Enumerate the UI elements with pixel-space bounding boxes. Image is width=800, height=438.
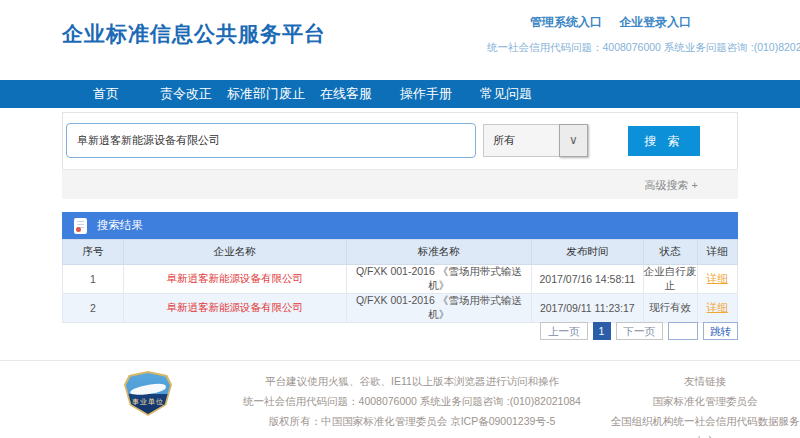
col-company: 企业名称	[123, 240, 346, 265]
current-page-button[interactable]: 1	[593, 322, 611, 340]
footer-browser-advice: 平台建议使用火狐、谷歌、IE11以上版本浏览器进行访问和操作	[214, 371, 610, 391]
search-input[interactable]	[66, 123, 476, 158]
institution-badge[interactable]: 事业单位	[124, 371, 172, 416]
publish-time: 2017/07/16 14:58:11	[532, 265, 643, 294]
footer-link-code-center[interactable]: 全国组织机构统一社会信用代码数据服务中心	[610, 411, 800, 438]
col-standard: 标准名称	[346, 240, 532, 265]
admin-entry-link[interactable]: 管理系统入口	[530, 15, 602, 29]
document-icon	[74, 218, 87, 234]
page-header: 企业标准信息公共服务平台 管理系统入口 企业登录入口 统一社会信用代码问题：40…	[0, 0, 800, 80]
site-title: 企业标准信息公共服务平台	[62, 20, 326, 48]
header-links: 管理系统入口 企业登录入口	[530, 14, 705, 31]
page-footer: 事业单位 平台建议使用火狐、谷歌、IE11以上版本浏览器进行访问和操作 统一社会…	[0, 360, 800, 438]
enterprise-login-link[interactable]: 企业登录入口	[619, 15, 691, 29]
footer-links-block: 友情链接 国家标准化管理委员会 全国组织机构统一社会信用代码数据服务中心	[610, 371, 800, 438]
publish-time: 2017/09/11 11:23:17	[532, 294, 643, 323]
results-section: 搜索结果 序号 企业名称 标准名称 发布时间 状态 详细 1 阜新逍客新能源设备…	[62, 212, 738, 323]
row-index: 1	[63, 265, 124, 294]
results-table: 序号 企业名称 标准名称 发布时间 状态 详细 1 阜新逍客新能源设备有限公司 …	[62, 239, 738, 323]
footer-info-block: 平台建议使用火狐、谷歌、IE11以上版本浏览器进行访问和操作 统一社会信用代码问…	[214, 371, 610, 431]
chevron-down-icon[interactable]: ∨	[559, 124, 588, 157]
nav-item-order-correction[interactable]: 责令改正	[146, 80, 226, 108]
table-row: 2 阜新逍客新能源设备有限公司 Q/FXK 001-2016 《雪场用带式输送机…	[63, 294, 738, 323]
company-link[interactable]: 阜新逍客新能源设备有限公司	[166, 272, 303, 284]
nav-item-dept-repeal[interactable]: 标准部门废止	[226, 80, 306, 108]
pagination: 上一页 1 下一页 跳转	[540, 322, 738, 340]
status-text: 企业自行废止	[643, 265, 697, 294]
header-contact-info: 统一社会信用代码问题：4008076000 系统业务问题咨询 :(010)820…	[487, 41, 800, 55]
standard-name: Q/FXK 001-2016 《雪场用带式输送机》	[346, 265, 532, 294]
badge-swoosh-decoration	[130, 383, 167, 397]
next-page-button[interactable]: 下一页	[616, 322, 664, 340]
footer-contact-line: 统一社会信用代码问题：4008076000 系统业务问题咨询 :(010)820…	[214, 391, 610, 411]
row-index: 2	[63, 294, 124, 323]
advanced-search-strip: 高级搜索 +	[62, 169, 738, 199]
col-published: 发布时间	[532, 240, 643, 265]
filter-select[interactable]: 所有	[483, 124, 559, 157]
nav-item-home[interactable]: 首页	[66, 80, 146, 108]
col-index: 序号	[63, 240, 124, 265]
nav-item-online-service[interactable]: 在线客服	[306, 80, 386, 108]
detail-link[interactable]: 详细	[707, 301, 728, 313]
friend-links-title: 友情链接	[610, 371, 800, 391]
nav-item-faq[interactable]: 常见问题	[466, 80, 546, 108]
col-detail: 详细	[697, 240, 738, 265]
footer-link-sac[interactable]: 国家标准化管理委员会	[610, 391, 800, 411]
prev-page-button[interactable]: 上一页	[540, 322, 588, 340]
table-header-row: 序号 企业名称 标准名称 发布时间 状态 详细	[63, 240, 738, 265]
nav-item-manual[interactable]: 操作手册	[386, 80, 466, 108]
badge-label: 事业单位	[126, 397, 170, 407]
search-panel: 所有 ∨ 搜 索	[62, 112, 738, 169]
advanced-search-link[interactable]: 高级搜索 +	[645, 179, 698, 191]
table-row: 1 阜新逍客新能源设备有限公司 Q/FXK 001-2016 《雪场用带式输送机…	[63, 265, 738, 294]
shield-icon: 事业单位	[126, 373, 170, 414]
search-button[interactable]: 搜 索	[628, 126, 700, 156]
results-title: 搜索结果	[97, 218, 143, 233]
main-nav: 首页 责令改正 标准部门废止 在线客服 操作手册 常见问题	[0, 80, 800, 108]
results-header-bar: 搜索结果	[62, 212, 738, 239]
col-status: 状态	[643, 240, 697, 265]
page-jump-button[interactable]: 跳转	[703, 322, 738, 340]
status-text: 现行有效	[643, 294, 697, 323]
page-jump-input[interactable]	[668, 322, 698, 340]
footer-copyright-line: 版权所有：中国国家标准化管理委员会 京ICP备09001239号-5	[214, 411, 610, 431]
standard-name: Q/FXK 001-2016 《雪场用带式输送机》	[346, 294, 532, 323]
company-link[interactable]: 阜新逍客新能源设备有限公司	[166, 301, 303, 313]
detail-link[interactable]: 详细	[707, 272, 728, 284]
